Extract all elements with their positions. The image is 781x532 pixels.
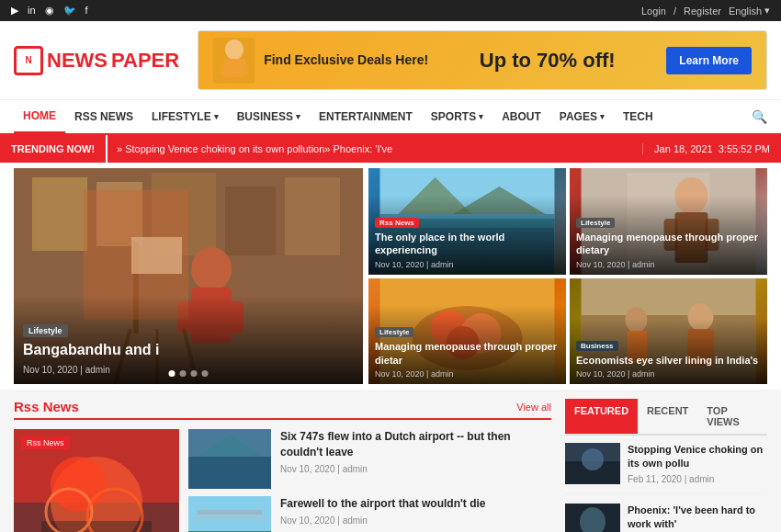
grid-tag-4: Business	[576, 341, 618, 351]
news-meta-1: Nov 10, 2020 | admin	[280, 464, 551, 474]
tab-featured[interactable]: FEATURED	[565, 399, 638, 434]
logo-text-red: PAPER	[111, 49, 179, 73]
nav-item-home[interactable]: HOME	[14, 100, 65, 133]
hero-section: Lifestyle Bangabandhu and i Nov 10, 2020…	[0, 163, 781, 390]
nav-item-lifestyle[interactable]: LIFESTYLE ▾	[142, 101, 228, 132]
svg-rect-15	[131, 237, 182, 274]
grid-tag-3: Lifestyle	[375, 327, 413, 337]
news-list: Six 747s flew into a Dutch airport -- bu…	[188, 429, 551, 532]
dot-2[interactable]	[180, 370, 187, 377]
grid-title-2: Managing menopause through proper dietar…	[576, 231, 761, 257]
svg-point-10	[191, 247, 232, 291]
big-thumb-wrap[interactable]: Rss News	[14, 429, 179, 532]
dot-4[interactable]	[202, 370, 209, 377]
nav-item-rss[interactable]: RSS NEWS	[65, 101, 142, 132]
tab-top-views[interactable]: TOP VIEWS	[697, 399, 767, 434]
rss-section-title: Rss News	[14, 399, 79, 414]
grid-meta-4: Nov 10, 2020 | admin	[576, 369, 761, 379]
dot-3[interactable]	[191, 370, 198, 377]
trending-text: » Stopping Venice choking on its own pol…	[108, 143, 642, 154]
register-link[interactable]: Register	[684, 6, 721, 17]
hero-dots	[169, 370, 209, 377]
svg-point-61	[582, 448, 604, 470]
svg-rect-7	[152, 173, 216, 255]
news-item-1[interactable]: Six 747s flew into a Dutch airport -- bu…	[188, 429, 551, 489]
featured-item-1[interactable]: Stopping Venice choking on its own pollu…	[565, 443, 767, 494]
trending-label: TRENDING NOW!	[0, 135, 108, 163]
sidebar: FEATURED RECENT TOP VIEWS Stopping Venic…	[565, 399, 767, 532]
svg-rect-2	[221, 64, 228, 75]
trending-date: Jan 18, 2021 3:55:52 PM	[642, 143, 781, 154]
content-section: Rss News View all	[0, 390, 781, 532]
logo[interactable]: N NEWSPAPER	[14, 46, 179, 75]
svg-rect-49	[188, 457, 271, 489]
nav-item-tech[interactable]: TECH	[614, 101, 662, 132]
nav-item-business[interactable]: BUSINESS ▾	[228, 101, 310, 132]
facebook-icon[interactable]: f	[85, 5, 88, 17]
news-thumb-svg-1	[188, 429, 271, 489]
grid-title-1: The only place in the world experiencing	[375, 231, 560, 257]
featured-tabs: FEATURED RECENT TOP VIEWS	[565, 399, 767, 436]
grid-tag-2: Lifestyle	[576, 218, 615, 228]
ad-person-icon	[216, 39, 253, 83]
instagram-icon[interactable]: ◉	[45, 5, 54, 17]
svg-point-44	[51, 457, 106, 512]
view-all-link[interactable]: View all	[516, 402, 551, 413]
ad-figure	[213, 38, 255, 84]
youtube-icon[interactable]: ▶	[11, 5, 18, 17]
nav-item-about[interactable]: ABOUT	[492, 101, 550, 132]
svg-rect-5	[32, 177, 87, 251]
nav-items: HOME RSS NEWS LIFESTYLE ▾ BUSINESS ▾ ENT…	[14, 100, 662, 133]
grid-meta-3: Nov 10, 2020 | admin	[375, 369, 560, 379]
grid-meta-1: Nov 10, 2020 | admin	[375, 260, 560, 269]
nav-item-pages[interactable]: PAGES ▾	[550, 101, 614, 132]
svg-rect-9	[285, 177, 340, 255]
ad-learn-button[interactable]: Learn More	[666, 47, 752, 74]
hero-grid: Rss News The only place in the world exp…	[368, 168, 767, 384]
featured-title-2: Phoenix: 'I've been hard to work with'	[628, 504, 767, 532]
big-thumb-tag: Rss News	[21, 436, 70, 449]
hero-tag: Lifestyle	[23, 324, 68, 337]
news-thumb-2	[188, 496, 271, 532]
feat-svg-2	[565, 504, 620, 532]
trending-bar: TRENDING NOW! » Stopping Venice choking …	[0, 135, 781, 163]
dot-1[interactable]	[169, 370, 175, 377]
grid-item-4[interactable]: Business Economists eye silver lining in…	[570, 278, 767, 385]
nav-item-sports[interactable]: SPORTS ▾	[422, 101, 492, 132]
social-icons: ▶ in ◉ 🐦 f	[11, 5, 88, 17]
featured-info-1: Stopping Venice choking on its own pollu…	[628, 443, 767, 484]
grid-overlay-4: Business Economists eye silver lining in…	[570, 319, 767, 384]
rss-section-header: Rss News View all	[14, 399, 551, 420]
grid-item-1[interactable]: Rss News The only place in the world exp…	[368, 168, 566, 275]
top-bar: ▶ in ◉ 🐦 f Login / Register English ▾	[0, 0, 781, 21]
grid-item-2[interactable]: Lifestyle Managing menopause through pro…	[570, 168, 767, 275]
svg-rect-8	[225, 187, 276, 255]
featured-thumb-2	[565, 504, 620, 532]
ad-banner-left: Find Exclusive Deals Here!	[213, 38, 428, 84]
hero-main[interactable]: Lifestyle Bangabandhu and i Nov 10, 2020…	[14, 168, 363, 384]
grid-tag-1: Rss News	[375, 218, 419, 228]
ad-banner: Find Exclusive Deals Here! Up to 70% off…	[198, 30, 767, 90]
grid-item-3[interactable]: Lifestyle Managing menopause through pro…	[368, 278, 566, 385]
ad-headline: Find Exclusive Deals Here!	[264, 52, 428, 68]
linkedin-icon[interactable]: in	[28, 5, 36, 17]
featured-item-2[interactable]: Phoenix: 'I've been hard to work with' M…	[565, 504, 767, 532]
tab-recent[interactable]: RECENT	[638, 399, 697, 434]
twitter-icon[interactable]: 🐦	[63, 5, 76, 17]
grid-overlay-2: Lifestyle Managing menopause through pro…	[570, 196, 767, 275]
grid-overlay-3: Lifestyle Managing menopause through pro…	[368, 305, 566, 384]
news-thumb-1	[188, 429, 271, 489]
separator: /	[673, 6, 676, 17]
login-link[interactable]: Login	[641, 6, 666, 17]
nav-item-entertainment[interactable]: ENTERTAINMENT	[310, 101, 422, 132]
featured-title-1: Stopping Venice choking on its own pollu	[628, 443, 767, 471]
search-icon[interactable]: 🔍	[752, 109, 767, 124]
ad-discount: Up to 70% off!	[480, 51, 616, 71]
news-meta-2: Nov 10, 2020 | admin	[280, 515, 486, 526]
news-item-2[interactable]: Farewell to the airport that wouldn't di…	[188, 496, 551, 532]
language-selector[interactable]: English ▾	[729, 5, 770, 17]
grid-title-4: Economists eye silver lining in India's	[576, 354, 761, 367]
top-bar-right: Login / Register English ▾	[641, 5, 770, 17]
ad-text-block: Find Exclusive Deals Here!	[264, 52, 428, 68]
news-title-1: Six 747s flew into a Dutch airport -- bu…	[280, 429, 551, 460]
